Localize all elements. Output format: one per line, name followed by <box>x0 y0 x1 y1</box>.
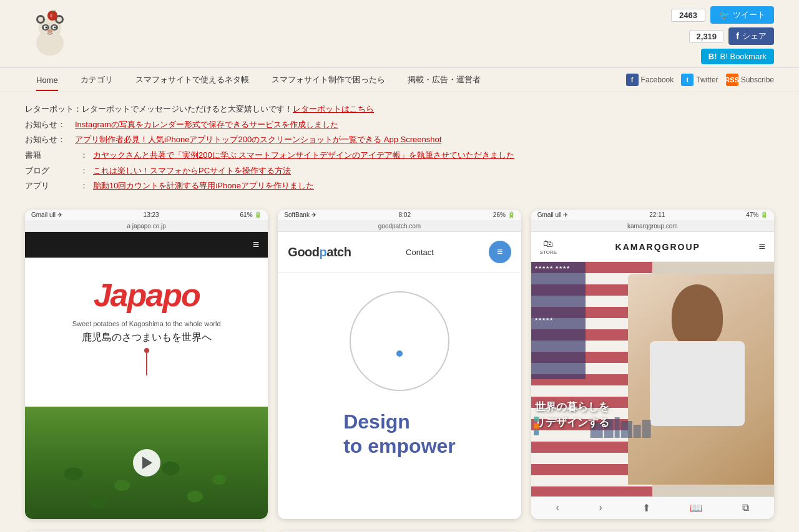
tweet-button[interactable]: 🐦 ツイート <box>710 6 774 24</box>
kamarq-tabs-icon[interactable]: ⧉ <box>742 502 749 514</box>
goodpatch-circle <box>350 291 449 391</box>
kamarq-share-icon[interactable]: ⬆ <box>642 502 650 514</box>
announce-link-4[interactable]: これは楽しい！スマフォからPCサイトを操作する方法 <box>93 163 291 179</box>
tagline-line2: to empower <box>343 434 456 458</box>
phone-frame-goodpatch: SoftBank ✈ 8:02 26% 🔋 goodpatch.com Good… <box>278 210 521 519</box>
japapo-content: ≡ Japapo Sweet potatoes of Kagoshima to … <box>25 232 268 519</box>
main-nav: Home カテゴリ スマフォサイトで使えるネタ帳 スマフォサイト制作で困ったら … <box>0 67 799 92</box>
announce-row-4: ブログ ： これは楽しい！スマフォからPCサイトを操作する方法 <box>25 163 774 179</box>
announce-sep-3: ： <box>80 148 88 163</box>
nav-facebook[interactable]: f Facebook <box>626 74 674 86</box>
bookmark-button[interactable]: B! B! Bookmark <box>701 49 774 64</box>
goodpatch-url: goodpatch.com <box>378 223 421 230</box>
kamarq-store-icon: 🛍 STORE <box>540 238 557 255</box>
announce-row-5: アプリ ： 胎動10回カウントを計測する専用iPhoneアプリを作りました <box>25 178 774 194</box>
social-buttons-area: 2463 🐦 ツイート 2,319 f シェア B! B! Bookmark <box>671 6 774 64</box>
play-triangle-icon <box>142 457 152 469</box>
svg-point-4 <box>38 17 43 22</box>
kamarq-status-right: 47% 🔋 <box>746 211 768 218</box>
japapo-logo: Japapo <box>94 276 200 314</box>
japapo-statusbar: Gmail ull ✈ 13:23 61% 🔋 <box>25 210 268 221</box>
announce-link-3[interactable]: カヤックさんと共著で「実例200に学ぶ スマートフォンサイトデザインのアイデア帳… <box>93 148 514 163</box>
kamarq-forward-icon[interactable]: › <box>599 502 602 514</box>
nav-trouble[interactable]: スマフォサイト制作で困ったら <box>260 68 396 92</box>
svg-rect-18 <box>620 421 632 438</box>
kamarq-hamburger-icon: ≡ <box>758 240 765 253</box>
japapo-menu-icon: ≡ <box>253 238 260 251</box>
kamarq-url: kamarqgroup.com <box>627 223 678 230</box>
japapo-status-right: 61% 🔋 <box>240 211 262 218</box>
japapo-urlbar: a japapo.co.jp <box>25 221 268 232</box>
play-button[interactable] <box>133 449 160 476</box>
japapo-status-time: 13:23 <box>144 211 159 218</box>
announce-link-1[interactable]: Instagramの写真をカレンダー形式で保存できるサービスを作成しました <box>75 117 338 133</box>
kamarq-overlay-line1: 世界の暮らしを <box>535 399 609 415</box>
announce-prefix-0: レターポット： <box>25 102 82 117</box>
phone-frame-kamarq: Gmail ull ✈ 22:11 47% 🔋 kamarqgroup.com … <box>531 210 774 519</box>
kamarq-status-left: Gmail ull ✈ <box>537 211 569 218</box>
goodpatch-status-right: 26% 🔋 <box>493 211 515 218</box>
twitter-icon: t <box>681 74 694 86</box>
japapo-sub-ja: 鹿児島のさつまいもを世界へ <box>82 331 212 344</box>
kamarq-overlay-line2: リデザインする <box>535 415 609 431</box>
svg-rect-19 <box>633 425 640 438</box>
svg-rect-17 <box>614 417 619 438</box>
nav-social-icons: f Facebook t Twitter RSS Subscribe <box>626 74 774 86</box>
announce-row-2: お知らせ： アプリ制作者必見！人気iPhoneアプリトップ200のスクリーンショ… <box>25 132 774 148</box>
site-logo <box>25 11 75 60</box>
nav-subscribe[interactable]: RSS Subscribe <box>726 74 774 86</box>
announce-link-5[interactable]: 胎動10回カウントを計測する専用iPhoneアプリを作りました <box>93 178 314 194</box>
goodpatch-status-time: 8:02 <box>399 211 411 218</box>
kamarq-logo: KAMARQGROUP <box>615 242 700 252</box>
nav-home[interactable]: Home <box>25 69 69 91</box>
japapo-status-left: Gmail ull ✈ <box>31 211 62 218</box>
tweet-label: ツイート <box>733 9 765 21</box>
kamarq-content: 🛍 STORE KAMARQGROUP ≡ <box>531 232 774 519</box>
bookmark-row: B! B! Bookmark <box>701 49 774 64</box>
announce-row-3: 書籍 ： カヤックさんと共著で「実例200に学ぶ スマートフォンサイトデザインの… <box>25 148 774 163</box>
nav-links: Home カテゴリ スマフォサイトで使えるネタ帳 スマフォサイト制作で困ったら … <box>25 68 492 92</box>
announce-row-1: お知らせ： Instagramの写真をカレンダー形式で保存できるサービスを作成し… <box>25 117 774 133</box>
nav-notepaper[interactable]: スマフォサイトで使えるネタ帳 <box>124 68 260 92</box>
site-header: 2463 🐦 ツイート 2,319 f シェア B! B! Bookmark <box>0 0 799 67</box>
announce-prefix-2: お知らせ： <box>25 132 75 148</box>
japapo-field-image <box>25 407 268 519</box>
kamarq-back-icon[interactable]: ‹ <box>556 502 559 514</box>
facebook-icon-small: f <box>736 31 739 41</box>
goodpatch-circle-dot <box>396 351 403 357</box>
screenshot-grid: Gmail ull ✈ 13:23 61% 🔋 a japapo.co.jp ≡… <box>0 197 799 531</box>
goodpatch-header: Goodpatch Contact ≡ <box>278 232 521 273</box>
japapo-hero: Japapo Sweet potatoes of Kagoshima to th… <box>25 258 268 407</box>
nav-about[interactable]: 掲載・広告・運営者 <box>396 68 492 92</box>
announce-link-2[interactable]: アプリ制作者必見！人気iPhoneアプリトップ200のスクリーンショットが一覧で… <box>75 132 441 148</box>
twitter-label: Twitter <box>696 75 718 84</box>
announcements-section: レターポット： レターポットでメッセージいただけると大変嬉しいです！ レターポッ… <box>0 92 799 197</box>
kamarq-urlbar: kamarqgroup.com <box>531 221 774 232</box>
announce-link-0[interactable]: レターポットはこちら <box>293 102 374 117</box>
goodpatch-logo: Goodpatch <box>288 245 351 259</box>
rss-icon: RSS <box>726 74 738 86</box>
nav-category[interactable]: カテゴリ <box>69 68 124 92</box>
japapo-url: a japapo.co.jp <box>127 223 166 230</box>
goodpatch-statusbar: SoftBank ✈ 8:02 26% 🔋 <box>278 210 521 221</box>
announce-row-0: レターポット： レターポットでメッセージいただけると大変嬉しいです！ レターポッ… <box>25 102 774 117</box>
japapo-topbar: ≡ <box>25 232 268 258</box>
facebook-label: Facebook <box>641 75 674 84</box>
kamarq-status-time: 22:11 <box>649 211 665 218</box>
kamarq-store-label: STORE <box>540 249 557 255</box>
twitter-bird-icon: 🐦 <box>719 10 730 20</box>
goodpatch-status-left: SoftBank ✈ <box>284 211 316 218</box>
goodpatch-content: Goodpatch Contact ≡ Design to empower <box>278 232 521 519</box>
goodpatch-inner: Goodpatch Contact ≡ Design to empower <box>278 232 521 519</box>
facebook-icon: f <box>626 74 639 86</box>
nav-twitter[interactable]: t Twitter <box>681 74 718 86</box>
share-count: 2,319 <box>689 30 723 43</box>
goodpatch-tagline: Design to empower <box>337 410 462 458</box>
kamarq-book-icon[interactable]: 📖 <box>690 502 702 514</box>
facebook-row: 2,319 f シェア <box>689 27 774 45</box>
announce-sep-5: ： <box>80 178 88 194</box>
kamarq-hero: ★★★★★ ★★★★ ★★★★★ <box>531 262 774 496</box>
fb-share-button[interactable]: f シェア <box>728 27 774 45</box>
announce-prefix-1: お知らせ： <box>25 117 75 133</box>
goodpatch-menu-button[interactable]: ≡ <box>489 241 511 263</box>
